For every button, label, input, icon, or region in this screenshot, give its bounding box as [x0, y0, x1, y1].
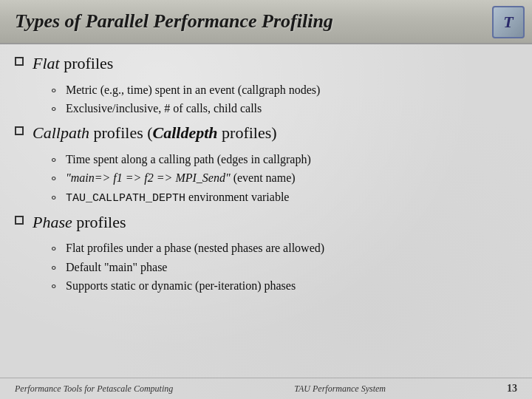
- sub-bullet-icon: ⚬: [49, 102, 58, 116]
- label-phase-italic: Phase: [33, 213, 72, 231]
- footer-left-text: Performance Tools for Petascale Computin…: [15, 383, 173, 395]
- label-callpath: Callpath profiles (Calldepth profiles): [33, 123, 277, 144]
- sub-items-callpath: ⚬ Time spent along a calling path (edges…: [49, 151, 517, 206]
- list-item: ⚬ Metric (e.g., time) spent in an event …: [49, 82, 517, 98]
- slide-title: Types of Parallel Performance Profiling: [15, 10, 333, 32]
- slide-header: Types of Parallel Performance Profiling …: [0, 0, 532, 44]
- sub-label: "main=> f1 => f2 => MPI_Send" (event nam…: [66, 170, 296, 186]
- label-flat-italic: Flat: [33, 54, 60, 72]
- sub-label: Flat profiles under a phase (nested phas…: [66, 240, 324, 256]
- label-calldepth: Calldepth: [153, 123, 218, 142]
- sub-items-phase: ⚬ Flat profiles under a phase (nested ph…: [49, 240, 517, 294]
- list-item: ⚬ Default "main" phase: [49, 259, 517, 276]
- list-item: ⚬ "main=> f1 => f2 => MPI_Send" (event n…: [49, 170, 517, 186]
- tau-logo: T: [492, 6, 525, 38]
- label-callpath-italic: Callpath: [33, 123, 89, 142]
- sub-bullet-icon: ⚬: [49, 261, 58, 275]
- sub-items-flat: ⚬ Metric (e.g., time) spent in an event …: [49, 82, 517, 117]
- sub-bullet-icon: ⚬: [49, 279, 58, 293]
- sub-bullet-icon: ⚬: [49, 191, 58, 205]
- footer-center-text: TAU Performance System: [294, 383, 386, 395]
- bullet-phase: [15, 216, 24, 225]
- sub-label: Metric (e.g., time) spent in an event (c…: [66, 82, 320, 98]
- sub-label: Exclusive/inclusive, # of calls, child c…: [66, 100, 262, 117]
- sub-bullet-icon: ⚬: [49, 83, 58, 98]
- main-item-flat: Flat profiles: [15, 53, 517, 75]
- sub-bullet-icon: ⚬: [49, 153, 58, 167]
- list-item: ⚬ Exclusive/inclusive, # of calls, child…: [49, 100, 517, 117]
- callpath-example: "main=> f1 => f2 => MPI_Send": [66, 171, 231, 184]
- bullet-callpath: [15, 126, 24, 135]
- slide-content: Flat profiles ⚬ Metric (e.g., time) spen…: [0, 44, 532, 308]
- main-item-callpath: Callpath profiles (Calldepth profiles): [15, 123, 517, 144]
- main-item-phase: Phase profiles: [15, 212, 517, 233]
- sub-label: Time spent along a calling path (edges i…: [66, 151, 311, 168]
- bullet-flat: [15, 57, 24, 66]
- slide: Types of Parallel Performance Profiling …: [0, 0, 532, 399]
- sub-label: TAU_CALLPATH_DEPTH environment variable: [66, 189, 289, 206]
- list-item: ⚬ Flat profiles under a phase (nested ph…: [49, 240, 517, 256]
- env-var: TAU_CALLPATH_DEPTH: [66, 192, 185, 205]
- list-item: ⚬ TAU_CALLPATH_DEPTH environment variabl…: [49, 189, 517, 206]
- label-flat: Flat profiles: [33, 53, 113, 75]
- sub-bullet-icon: ⚬: [49, 242, 58, 256]
- label-phase: Phase profiles: [33, 212, 126, 233]
- sub-label: Default "main" phase: [66, 259, 167, 276]
- footer-page-number: 13: [507, 383, 517, 395]
- slide-footer: Performance Tools for Petascale Computin…: [0, 378, 532, 399]
- sub-label: Supports static or dynamic (per-iteratio…: [66, 278, 296, 294]
- list-item: ⚬ Supports static or dynamic (per-iterat…: [49, 278, 517, 294]
- sub-bullet-icon: ⚬: [49, 171, 58, 185]
- list-item: ⚬ Time spent along a calling path (edges…: [49, 151, 517, 168]
